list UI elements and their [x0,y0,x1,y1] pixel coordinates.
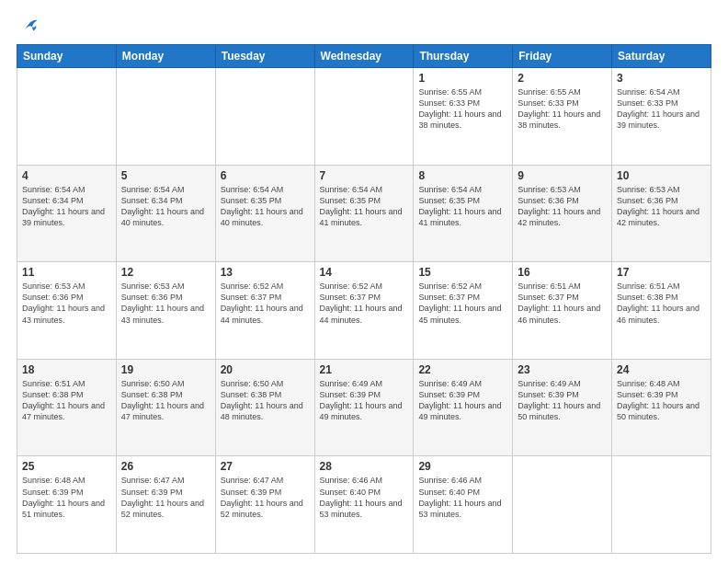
day-info: Sunrise: 6:50 AMSunset: 6:38 PMDaylight:… [221,378,310,423]
calendar-cell: 1Sunrise: 6:55 AMSunset: 6:33 PMDaylight… [414,68,513,166]
day-number: 9 [518,169,607,182]
calendar-cell: 16Sunrise: 6:51 AMSunset: 6:37 PMDayligh… [513,262,612,360]
day-info: Sunrise: 6:54 AMSunset: 6:35 PMDaylight:… [221,184,310,229]
weekday-header-saturday: Saturday [612,45,711,68]
calendar-cell: 8Sunrise: 6:54 AMSunset: 6:35 PMDaylight… [414,165,513,262]
calendar-cell: 22Sunrise: 6:49 AMSunset: 6:39 PMDayligh… [414,359,513,456]
day-info: Sunrise: 6:51 AMSunset: 6:38 PMDaylight:… [617,281,706,326]
day-number: 4 [22,169,111,182]
day-info: Sunrise: 6:52 AMSunset: 6:37 PMDaylight:… [418,281,507,326]
day-number: 24 [617,363,706,376]
calendar-cell: 19Sunrise: 6:50 AMSunset: 6:38 PMDayligh… [116,359,215,456]
day-number: 25 [22,460,111,473]
day-number: 10 [617,169,706,182]
day-number: 13 [221,266,310,279]
weekday-header-wednesday: Wednesday [314,45,414,68]
day-number: 14 [320,266,409,279]
day-number: 22 [418,363,507,376]
weekday-header-row: SundayMondayTuesdayWednesdayThursdayFrid… [17,45,711,68]
calendar-cell: 26Sunrise: 6:47 AMSunset: 6:39 PMDayligh… [116,456,215,554]
day-info: Sunrise: 6:47 AMSunset: 6:39 PMDaylight:… [221,475,310,520]
day-number: 28 [320,460,409,473]
day-info: Sunrise: 6:52 AMSunset: 6:37 PMDaylight:… [320,281,409,326]
day-info: Sunrise: 6:53 AMSunset: 6:36 PMDaylight:… [518,184,607,229]
day-number: 8 [418,169,507,182]
day-info: Sunrise: 6:52 AMSunset: 6:37 PMDaylight:… [221,281,310,326]
calendar-cell: 24Sunrise: 6:48 AMSunset: 6:39 PMDayligh… [612,359,711,456]
day-info: Sunrise: 6:53 AMSunset: 6:36 PMDaylight:… [22,281,111,326]
weekday-header-friday: Friday [513,45,612,68]
day-info: Sunrise: 6:47 AMSunset: 6:39 PMDaylight:… [121,475,210,520]
day-number: 7 [320,169,409,182]
calendar-cell: 5Sunrise: 6:54 AMSunset: 6:34 PMDaylight… [116,165,215,262]
day-info: Sunrise: 6:51 AMSunset: 6:38 PMDaylight:… [22,378,111,423]
day-info: Sunrise: 6:50 AMSunset: 6:38 PMDaylight:… [121,378,210,423]
logo-bird-icon [18,15,39,35]
header [17,15,711,35]
day-number: 27 [221,460,310,473]
day-info: Sunrise: 6:54 AMSunset: 6:35 PMDaylight:… [418,184,507,229]
calendar-cell: 25Sunrise: 6:48 AMSunset: 6:39 PMDayligh… [17,456,117,554]
day-info: Sunrise: 6:55 AMSunset: 6:33 PMDaylight:… [518,86,607,132]
calendar-cell: 9Sunrise: 6:53 AMSunset: 6:36 PMDaylight… [513,165,612,262]
day-number: 17 [617,266,706,279]
calendar-cell: 29Sunrise: 6:46 AMSunset: 6:40 PMDayligh… [414,456,513,554]
day-info: Sunrise: 6:49 AMSunset: 6:39 PMDaylight:… [418,378,507,423]
weekday-header-sunday: Sunday [17,45,117,68]
calendar-cell: 12Sunrise: 6:53 AMSunset: 6:36 PMDayligh… [116,262,215,360]
day-info: Sunrise: 6:54 AMSunset: 6:34 PMDaylight:… [22,184,111,229]
calendar-cell [17,68,117,166]
day-number: 15 [418,266,507,279]
calendar-cell: 20Sunrise: 6:50 AMSunset: 6:38 PMDayligh… [215,359,314,456]
day-info: Sunrise: 6:53 AMSunset: 6:36 PMDaylight:… [121,281,210,326]
day-number: 5 [121,169,210,182]
day-info: Sunrise: 6:54 AMSunset: 6:33 PMDaylight:… [617,86,706,132]
day-number: 26 [121,460,210,473]
calendar-cell [513,456,612,554]
calendar-cell: 3Sunrise: 6:54 AMSunset: 6:33 PMDaylight… [612,68,711,166]
day-number: 11 [22,266,111,279]
calendar-cell: 10Sunrise: 6:53 AMSunset: 6:36 PMDayligh… [612,165,711,262]
day-info: Sunrise: 6:55 AMSunset: 6:33 PMDaylight:… [418,86,507,132]
calendar-cell [215,68,314,166]
calendar-cell [314,68,414,166]
day-info: Sunrise: 6:46 AMSunset: 6:40 PMDaylight:… [320,475,409,520]
calendar-cell: 13Sunrise: 6:52 AMSunset: 6:37 PMDayligh… [215,262,314,360]
day-number: 21 [320,363,409,376]
day-number: 16 [518,266,607,279]
calendar-cell [116,68,215,166]
calendar-cell: 6Sunrise: 6:54 AMSunset: 6:35 PMDaylight… [215,165,314,262]
logo [17,15,39,35]
day-info: Sunrise: 6:54 AMSunset: 6:34 PMDaylight:… [121,184,210,229]
day-info: Sunrise: 6:48 AMSunset: 6:39 PMDaylight:… [617,378,706,423]
page: SundayMondayTuesdayWednesdayThursdayFrid… [0,0,728,563]
calendar-cell: 14Sunrise: 6:52 AMSunset: 6:37 PMDayligh… [314,262,414,360]
calendar-cell [612,456,711,554]
calendar-cell: 28Sunrise: 6:46 AMSunset: 6:40 PMDayligh… [314,456,414,554]
day-info: Sunrise: 6:49 AMSunset: 6:39 PMDaylight:… [518,378,607,423]
calendar-cell: 23Sunrise: 6:49 AMSunset: 6:39 PMDayligh… [513,359,612,456]
calendar-cell: 17Sunrise: 6:51 AMSunset: 6:38 PMDayligh… [612,262,711,360]
calendar-cell: 18Sunrise: 6:51 AMSunset: 6:38 PMDayligh… [17,359,117,456]
calendar-cell: 21Sunrise: 6:49 AMSunset: 6:39 PMDayligh… [314,359,414,456]
calendar-cell: 11Sunrise: 6:53 AMSunset: 6:36 PMDayligh… [17,262,117,360]
day-number: 12 [121,266,210,279]
calendar-cell: 27Sunrise: 6:47 AMSunset: 6:39 PMDayligh… [215,456,314,554]
calendar-week-3: 11Sunrise: 6:53 AMSunset: 6:36 PMDayligh… [17,262,711,360]
day-number: 23 [518,363,607,376]
weekday-header-monday: Monday [116,45,215,68]
day-info: Sunrise: 6:53 AMSunset: 6:36 PMDaylight:… [617,184,706,229]
calendar-cell: 15Sunrise: 6:52 AMSunset: 6:37 PMDayligh… [414,262,513,360]
day-info: Sunrise: 6:54 AMSunset: 6:35 PMDaylight:… [320,184,409,229]
day-number: 29 [418,460,507,473]
day-number: 18 [22,363,111,376]
calendar-week-5: 25Sunrise: 6:48 AMSunset: 6:39 PMDayligh… [17,456,711,554]
day-info: Sunrise: 6:46 AMSunset: 6:40 PMDaylight:… [418,475,507,520]
calendar-cell: 2Sunrise: 6:55 AMSunset: 6:33 PMDaylight… [513,68,612,166]
day-info: Sunrise: 6:48 AMSunset: 6:39 PMDaylight:… [22,475,111,520]
day-number: 1 [418,72,507,85]
calendar-cell: 4Sunrise: 6:54 AMSunset: 6:34 PMDaylight… [17,165,117,262]
day-number: 3 [617,72,706,85]
calendar-week-1: 1Sunrise: 6:55 AMSunset: 6:33 PMDaylight… [17,68,711,166]
day-info: Sunrise: 6:49 AMSunset: 6:39 PMDaylight:… [320,378,409,423]
